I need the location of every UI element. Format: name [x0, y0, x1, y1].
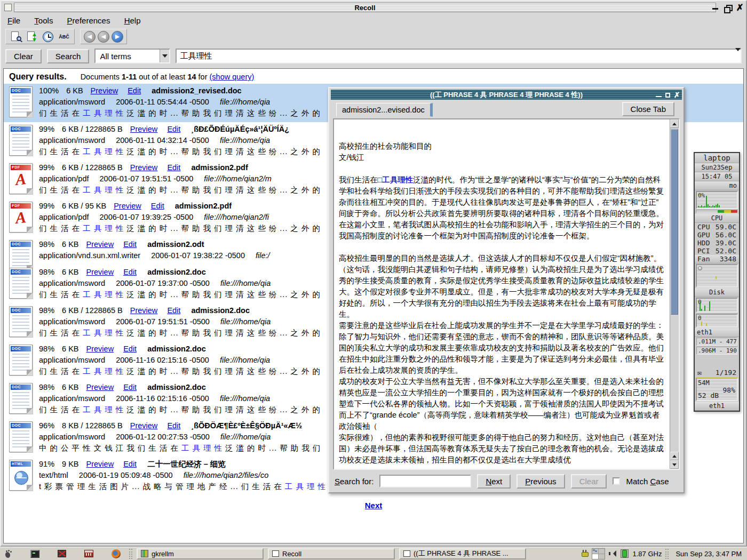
close-tab-button[interactable]: Close Tab: [622, 102, 674, 116]
fan-chart[interactable]: [696, 264, 738, 287]
workspace-pager[interactable]: [592, 548, 605, 559]
file-type-icon[interactable]: DOC: [9, 125, 33, 156]
preview-minimize-icon[interactable]: [655, 92, 662, 99]
edit-link[interactable]: Edit: [167, 306, 180, 315]
file-type-icon[interactable]: DOC: [9, 306, 33, 337]
terminal-launcher-icon[interactable]: [30, 550, 39, 558]
edit-link[interactable]: Edit: [123, 383, 137, 391]
edit-link[interactable]: Edit: [123, 345, 137, 353]
workspace-1[interactable]: [592, 549, 598, 554]
preview-link[interactable]: Preview: [130, 125, 158, 133]
sort-results-icon[interactable]: ▲▼: [25, 30, 39, 44]
match-case-checkbox[interactable]: [613, 477, 620, 485]
edit-link[interactable]: Edit: [123, 240, 137, 249]
preview-link[interactable]: Preview: [130, 306, 158, 315]
query-history-arrow-icon[interactable]: [735, 51, 741, 61]
next-page-link[interactable]: Next: [365, 501, 383, 510]
show-query-link[interactable]: (show query): [210, 73, 255, 81]
preview-close-icon[interactable]: ✗: [673, 92, 680, 99]
edit-link[interactable]: Edit: [167, 125, 180, 133]
menu-tools[interactable]: Tools: [30, 15, 57, 26]
restore-icon[interactable]: [724, 4, 732, 12]
workspace-3[interactable]: [592, 554, 598, 559]
search-mode-select[interactable]: All terms: [94, 49, 170, 63]
term-explorer-abc-icon[interactable]: ÅBĈ: [57, 30, 71, 44]
task-button-recoll[interactable]: Recoll: [268, 548, 395, 559]
preview-link[interactable]: Preview: [86, 268, 114, 276]
window-menu-icon[interactable]: [4, 4, 12, 11]
search-button[interactable]: Search: [47, 49, 90, 63]
workspace-4[interactable]: [599, 554, 605, 559]
clear-button[interactable]: Clear: [5, 49, 42, 63]
edit-link[interactable]: Edit: [123, 460, 137, 468]
mail-monitor[interactable]: ✉ 1/192: [695, 368, 739, 377]
scrollbar-thumb[interactable]: [671, 129, 678, 315]
preview-link[interactable]: Preview: [86, 240, 114, 249]
taskbar-clock[interactable]: Sun Sep 23, 3:47 PM: [672, 550, 745, 558]
menu-file[interactable]: File: [3, 15, 25, 26]
disk-chart-2[interactable]: 0: [696, 314, 738, 327]
preview-link[interactable]: Preview: [86, 345, 114, 353]
find-next-button[interactable]: Next: [477, 474, 511, 489]
cpu-frequency-icon[interactable]: [621, 549, 629, 558]
preview-maximize-icon[interactable]: [664, 92, 671, 99]
preview-scrollbar[interactable]: [670, 119, 679, 469]
previous-page-icon[interactable]: ◀: [98, 31, 109, 43]
preview-titlebar[interactable]: ((工 PHRASE 4 具 PHRASE 4 理 PHRASE 4 性)) ✗: [331, 90, 682, 100]
minimize-icon[interactable]: [711, 4, 719, 12]
preview-link[interactable]: Preview: [86, 383, 114, 391]
wifi-monitor[interactable]: 54M 98% 52 dB: [696, 378, 738, 401]
edit-link[interactable]: Edit: [128, 86, 141, 95]
net-interface-label[interactable]: eth1: [695, 328, 739, 337]
typewriter-launcher-icon[interactable]: [84, 550, 93, 557]
edit-link[interactable]: Edit: [167, 421, 180, 430]
menu-help[interactable]: Help: [120, 15, 145, 26]
edit-link[interactable]: Edit: [151, 202, 164, 210]
file-type-icon[interactable]: PDF: [9, 202, 33, 233]
file-type-icon[interactable]: DOC: [9, 383, 33, 414]
preview-link[interactable]: Preview: [86, 460, 114, 468]
cpu-usage-chart[interactable]: 0%: [696, 191, 738, 209]
disk-chart-1[interactable]: 0: [696, 298, 738, 313]
preview-link[interactable]: Preview: [130, 421, 158, 430]
task-button-preview[interactable]: ((工 PHRASE 4 具 PHRASE ...: [399, 548, 526, 559]
edit-link[interactable]: Edit: [167, 163, 180, 172]
find-input[interactable]: [379, 475, 471, 487]
find-clear-button[interactable]: Clear: [571, 474, 607, 489]
edit-link[interactable]: Edit: [123, 268, 137, 276]
clock-handle[interactable]: [665, 549, 669, 559]
query-input[interactable]: [177, 52, 735, 61]
preview-link[interactable]: Preview: [130, 163, 158, 172]
file-type-icon[interactable]: PDF: [9, 163, 33, 194]
volume-icon[interactable]: [609, 550, 617, 557]
file-type-icon[interactable]: DOC: [9, 345, 33, 375]
search-in-docs-icon[interactable]: [9, 30, 23, 44]
menu-preferences[interactable]: Preferences: [63, 15, 115, 26]
file-type-icon[interactable]: DOC: [9, 268, 33, 299]
taskbar-handle[interactable]: [129, 549, 132, 559]
power-plug-icon[interactable]: [582, 550, 588, 558]
scroll-up2-icon[interactable]: [670, 452, 679, 460]
preview-link[interactable]: Preview: [91, 86, 118, 95]
sort-by-date-clock-icon[interactable]: [41, 30, 55, 44]
screensaver-off-icon[interactable]: [58, 550, 66, 557]
task-button-gkrellm[interactable]: gkrellm: [137, 548, 264, 559]
preview-link[interactable]: Preview: [114, 202, 141, 210]
file-type-icon[interactable]: HTML: [9, 460, 33, 491]
next-page-icon[interactable]: ▶: [112, 31, 123, 43]
preview-tab[interactable]: admission2...evised.doc: [336, 103, 433, 117]
firefox-launcher-icon[interactable]: [112, 549, 121, 558]
preview-text[interactable]: 高校招生的社会功能和目的文/钱江我们生活在□工具理性泛滥的时代。作为“世之显学”…: [334, 119, 670, 469]
gnome-menu-icon[interactable]: [5, 550, 12, 558]
first-page-icon[interactable]: ◀: [84, 31, 96, 43]
main-titlebar[interactable]: Recoll: [14, 3, 716, 12]
dropdown-arrow-icon[interactable]: [160, 50, 169, 62]
find-previous-button[interactable]: Previous: [516, 474, 565, 489]
workspace-2[interactable]: [599, 549, 605, 554]
scroll-down-icon[interactable]: [670, 460, 679, 469]
close-icon[interactable]: ✗: [736, 4, 744, 12]
scroll-up-icon[interactable]: [670, 119, 679, 128]
gkrellm-knob-icon[interactable]: [698, 266, 702, 270]
file-type-icon[interactable]: DOC: [9, 86, 33, 117]
file-type-icon[interactable]: DOC: [9, 421, 33, 452]
